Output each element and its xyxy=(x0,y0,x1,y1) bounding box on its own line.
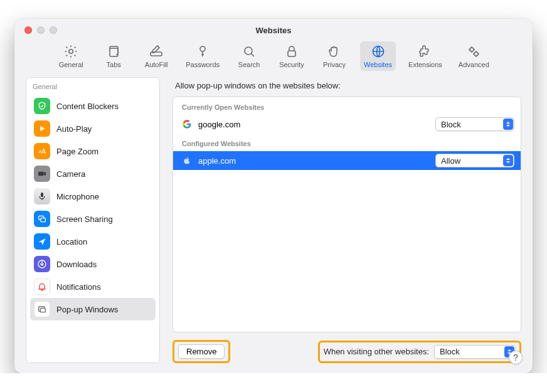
toolbar-label: Privacy xyxy=(323,61,346,68)
microphone-icon xyxy=(34,188,50,204)
svg-rect-14 xyxy=(41,218,45,222)
chevron-up-down-icon xyxy=(503,155,513,166)
sidebar-item-label: Content Blockers xyxy=(56,102,119,111)
toolbar-tab-security[interactable]: Security xyxy=(275,41,309,71)
camera-icon xyxy=(34,166,50,182)
pencil-field-icon xyxy=(149,44,164,59)
preferences-toolbar: General Tabs AutoFill Passwords Search xyxy=(14,41,533,77)
dropdown-value: Block xyxy=(440,347,460,356)
default-setting-dropdown[interactable]: Block xyxy=(434,345,516,359)
key-icon xyxy=(195,44,210,59)
close-window-button[interactable] xyxy=(24,26,32,34)
sidebar-item-label: Location xyxy=(56,237,87,246)
bottom-controls: Remove When visiting other websites: Blo… xyxy=(173,340,521,363)
location-arrow-icon xyxy=(34,233,50,250)
toolbar-label: Passwords xyxy=(186,61,220,68)
sidebar-item-microphone[interactable]: Microphone xyxy=(30,185,156,208)
sidebar-item-page-zoom[interactable]: AA Page Zoom xyxy=(30,140,156,162)
chevron-up-down-icon xyxy=(503,119,513,130)
svg-rect-1 xyxy=(110,48,118,56)
site-setting-dropdown[interactable]: Allow xyxy=(435,154,514,167)
main-panel: Allow pop-up windows on the websites bel… xyxy=(173,77,521,363)
toolbar-label: Advanced xyxy=(459,61,489,68)
google-favicon-icon xyxy=(182,119,192,129)
sidebar-item-label: Notifications xyxy=(56,282,101,292)
toolbar-tab-extensions[interactable]: Extensions xyxy=(405,41,446,71)
sidebar-section-label: General xyxy=(26,78,159,93)
toolbar-label: General xyxy=(59,61,83,68)
sidebar-item-label: Microphone xyxy=(56,192,99,201)
remove-highlight: Remove xyxy=(173,340,230,363)
minimize-window-button[interactable] xyxy=(37,26,45,34)
download-icon xyxy=(34,256,50,272)
toolbar-label: Search xyxy=(238,61,260,68)
hand-icon xyxy=(327,44,342,59)
play-icon xyxy=(34,120,50,137)
open-websites-header: Currently Open Websites xyxy=(173,97,521,115)
svg-point-8 xyxy=(474,52,478,56)
toolbar-tab-privacy[interactable]: Privacy xyxy=(317,41,351,71)
svg-rect-5 xyxy=(288,51,295,56)
content-area: General Content Blockers Auto-Play xyxy=(14,77,533,373)
tabs-icon xyxy=(106,44,121,59)
sidebar-item-downloads[interactable]: Downloads xyxy=(30,253,156,275)
toolbar-tab-tabs[interactable]: Tabs xyxy=(97,41,130,71)
svg-point-7 xyxy=(470,48,474,51)
help-label: ? xyxy=(513,352,518,363)
lock-icon xyxy=(284,44,299,59)
zoom-window-button[interactable] xyxy=(50,26,57,34)
text-size-icon: AA xyxy=(34,143,50,159)
popup-windows-icon xyxy=(34,301,50,317)
sidebar-item-label: Screen Sharing xyxy=(56,215,113,224)
titlebar: Websites xyxy=(14,19,533,41)
site-row-apple[interactable]: apple.com Allow xyxy=(173,151,521,170)
svg-rect-12 xyxy=(41,193,43,197)
svg-point-3 xyxy=(200,46,205,51)
site-domain: google.com xyxy=(198,120,429,129)
remove-button[interactable]: Remove xyxy=(178,344,225,359)
shield-check-icon xyxy=(34,98,50,114)
settings-sidebar: General Content Blockers Auto-Play xyxy=(26,77,160,363)
default-setting-label: When visiting other websites: xyxy=(324,347,429,356)
sidebar-item-label: Auto-Play xyxy=(56,124,92,134)
button-label: Remove xyxy=(186,347,216,356)
sidebar-item-auto-play[interactable]: Auto-Play xyxy=(30,117,156,140)
toolbar-tab-passwords[interactable]: Passwords xyxy=(182,41,223,71)
help-button[interactable]: ? xyxy=(509,351,523,364)
sidebar-item-notifications[interactable]: Notifications xyxy=(30,275,156,298)
sidebar-item-label: Pop-up Windows xyxy=(56,305,118,314)
sidebar-item-label: Camera xyxy=(56,169,85,179)
screens-icon xyxy=(34,211,50,227)
window-controls xyxy=(24,26,57,34)
toolbar-tab-websites[interactable]: Websites xyxy=(360,41,396,71)
toolbar-tab-autofill[interactable]: AutoFill xyxy=(139,41,173,71)
sidebar-item-screen-sharing[interactable]: Screen Sharing xyxy=(30,208,156,230)
main-heading: Allow pop-up windows on the websites bel… xyxy=(175,81,521,90)
site-domain: apple.com xyxy=(198,156,429,166)
dropdown-value: Allow xyxy=(441,156,460,166)
svg-rect-17 xyxy=(40,309,45,312)
toolbar-tab-search[interactable]: Search xyxy=(232,41,266,71)
svg-text:A: A xyxy=(41,148,46,155)
websites-list: Currently Open Websites google.com Block… xyxy=(173,97,521,332)
toolbar-tab-advanced[interactable]: Advanced xyxy=(455,41,493,71)
sidebar-item-camera[interactable]: Camera xyxy=(30,162,156,185)
puzzle-icon xyxy=(418,44,433,59)
site-row-google[interactable]: google.com Block xyxy=(173,115,521,134)
preferences-window: Websites General Tabs AutoFill Passwords xyxy=(14,19,533,373)
site-setting-dropdown[interactable]: Block xyxy=(435,117,514,131)
svg-rect-11 xyxy=(38,172,44,176)
globe-icon xyxy=(371,44,386,59)
gear-icon xyxy=(63,44,78,59)
toolbar-label: Extensions xyxy=(408,61,442,68)
sidebar-item-content-blockers[interactable]: Content Blockers xyxy=(30,95,156,117)
sidebar-item-label: Page Zoom xyxy=(56,147,98,156)
configured-websites-header: Configured Websites xyxy=(173,134,521,151)
default-setting-highlight: When visiting other websites: Block xyxy=(318,341,521,363)
sidebar-item-popups[interactable]: Pop-up Windows xyxy=(30,298,156,320)
toolbar-tab-general[interactable]: General xyxy=(54,41,88,71)
apple-favicon-icon xyxy=(182,156,192,166)
sidebar-item-location[interactable]: Location xyxy=(30,230,156,253)
search-icon xyxy=(242,44,257,59)
gears-icon xyxy=(466,44,481,59)
